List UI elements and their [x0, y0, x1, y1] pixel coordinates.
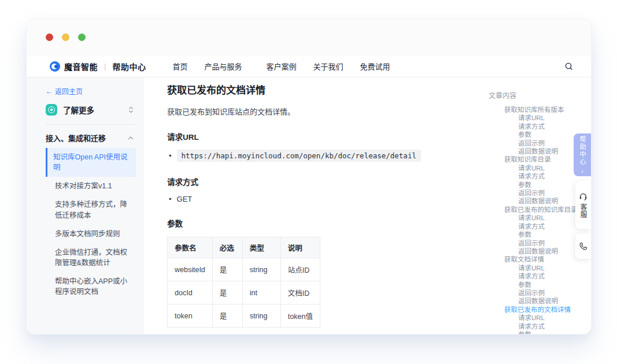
param-name-cell: websiteId — [168, 258, 213, 281]
brand-logo-icon — [50, 61, 60, 72]
nav-item[interactable]: 产品与服务 — [204, 61, 249, 72]
toc-item[interactable]: 返回示例 — [489, 289, 588, 297]
toc-item-label: 参数 — [518, 281, 531, 288]
toc-item[interactable]: 请求URL — [489, 214, 588, 222]
toc-item[interactable]: 返回示例 — [489, 189, 588, 197]
toc-item[interactable]: 请求方式 — [489, 322, 588, 330]
toc-item-label: 请求方式 — [518, 323, 545, 330]
toc-item-label: 返回示例 — [518, 289, 545, 296]
toc-item-label: 请求方式 — [518, 173, 545, 180]
sidebar-section-header[interactable]: 接入、集成和迁移 — [46, 132, 136, 143]
toc-item[interactable]: 返回数据说明 — [489, 297, 588, 305]
nav-item-label: 首页 — [172, 61, 187, 72]
toc-item-label: 获取文档详情 — [504, 256, 544, 263]
param-type-cell: int — [242, 281, 280, 304]
back-home-link[interactable]: ← 返回主页 — [46, 86, 136, 96]
nav-item[interactable]: 免费试用 — [360, 61, 390, 72]
toc-item[interactable]: 获取已发布的知识库目录 — [489, 206, 588, 214]
page-title: 获取已发布的文档详情 — [167, 82, 452, 96]
toc-item-label: 返回示例 — [518, 190, 545, 196]
nav-item[interactable]: 客户案例 — [266, 61, 296, 72]
sidebar-item[interactable]: 支持多种迁移方式，降低迁移成本 — [46, 195, 136, 224]
sidebar-item-label: 技术对接方案v1.1 — [55, 182, 112, 190]
toc-item-label: 返回示例 — [518, 240, 545, 247]
request-url-row: https://hapi.moyincloud.com/open/kb/doc/… — [167, 150, 452, 162]
toc-item-label: 请求方式 — [518, 273, 545, 280]
nav-item[interactable]: 首页 — [172, 61, 187, 72]
toc-item-label: 参数 — [518, 181, 531, 188]
content-area: ← 返回主页 了解更多 接入、集成和迁移 — [27, 77, 591, 334]
toc-item-label: 获取知识库目录 — [504, 156, 551, 163]
toc-item-label: 请求URL — [518, 114, 545, 121]
toc-item-label: 请求URL — [518, 165, 545, 172]
toc-item[interactable]: 返回示例 — [489, 239, 588, 247]
params-table-header-cell: 类型 — [242, 237, 280, 258]
toc-item-label: 获取已发布的文档详情 — [504, 306, 571, 313]
window-titlebar — [27, 19, 591, 55]
toc-item[interactable]: 请求URL — [489, 264, 588, 272]
window-minimize-button[interactable] — [62, 34, 69, 41]
toc-item[interactable]: 参数 — [489, 231, 588, 239]
sidebar-item[interactable]: 知识库Open API使用说明 — [46, 148, 136, 177]
sidebar-item[interactable]: 企业微信打通，文档权限管理&数据统计 — [46, 243, 136, 272]
toc-item-label: 获取知识库所有版本 — [504, 106, 564, 113]
compass-icon — [46, 104, 57, 116]
toc-item[interactable]: 请求方式 — [489, 272, 588, 280]
toc-item-label: 请求URL — [518, 214, 545, 221]
toc-item[interactable]: 参数 — [489, 181, 588, 189]
sidebar-item[interactable]: 帮助中心嵌入APP或小程序说明文档 — [46, 272, 136, 301]
toc-item-label: 参数 — [518, 231, 531, 238]
toc-item-label: 请求URL — [518, 265, 545, 272]
toc-item[interactable]: 请求方式 — [489, 222, 588, 231]
sidebar-nav-list: 知识库Open API使用说明 技术对接方案v1.1 支持多种迁移方式，降低迁移… — [46, 148, 136, 301]
toc-list: 获取知识库所有版本 请求URL 请求方式 参数 返回示例 — [489, 106, 588, 335]
sidebar-item-label: 支持多种迁移方式，降低迁移成本 — [55, 200, 127, 219]
sort-updown-icon — [128, 106, 134, 113]
sidebar-item[interactable]: 技术对接方案v1.1 — [46, 177, 136, 195]
phone-contact-button[interactable] — [575, 233, 591, 259]
search-button[interactable] — [564, 62, 574, 71]
toc-item[interactable]: 参数 — [489, 131, 588, 139]
toc-item[interactable]: 获取知识库目录 — [489, 155, 588, 164]
customer-service-button[interactable]: 客服 — [575, 181, 591, 229]
help-center-tab[interactable]: 帮助中心 ‹ — [574, 133, 591, 176]
toc-item[interactable]: 返回示例 — [489, 139, 588, 147]
brand[interactable]: 魔音智能 | 帮助中心 — [50, 61, 146, 72]
toc-item-label: 返回数据说明 — [518, 248, 558, 255]
toc-item[interactable]: 请求URL — [489, 314, 588, 322]
toc-item[interactable]: 请求URL — [489, 164, 588, 172]
search-icon — [564, 62, 574, 71]
toc-item[interactable]: 请求方式 — [489, 172, 588, 180]
sidebar-divider — [46, 124, 136, 125]
toc-item-label: 参数 — [518, 131, 531, 138]
headset-icon — [579, 192, 588, 200]
nav-item[interactable]: 关于我们 — [313, 61, 343, 72]
window-zoom-button[interactable] — [78, 34, 86, 41]
toc-item[interactable]: 请求方式 — [489, 122, 588, 131]
toc-item[interactable]: 获取已发布的文档详情 — [489, 306, 588, 314]
toc-item-label: 返回数据说明 — [518, 298, 558, 304]
toc-item-label: 请求方式 — [518, 223, 545, 230]
request-method-value: GET — [177, 195, 193, 203]
toc-item[interactable]: 请求URL — [489, 114, 588, 122]
toc-item[interactable]: 参数 — [489, 330, 588, 335]
table-row: token 是 string token值 — [168, 304, 320, 328]
toc-item[interactable]: 返回数据说明 — [489, 247, 588, 255]
toc-item[interactable]: 获取文档详情 — [489, 255, 588, 263]
learn-more-item[interactable]: 了解更多 — [46, 104, 136, 116]
sidebar-item-label: 企业微信打通，文档权限管理&数据统计 — [55, 248, 127, 267]
sidebar-item[interactable]: 多版本文档同步规则 — [46, 225, 136, 243]
chevron-left-icon: ‹ — [581, 168, 583, 174]
toc-item[interactable]: 返回数据说明 — [489, 197, 588, 205]
toc-item[interactable]: 返回数据说明 — [489, 147, 588, 155]
toc-item-label: 返回示例 — [518, 140, 545, 147]
back-home-label: 返回主页 — [55, 86, 83, 96]
help-center-tab-label: 帮助中心 — [578, 136, 587, 166]
table-row: websiteId 是 string 站点ID — [168, 258, 320, 281]
param-required-cell: 是 — [212, 304, 242, 328]
toc-item[interactable]: 获取知识库所有版本 — [489, 106, 588, 114]
params-heading: 参数 — [167, 217, 452, 229]
window-close-button[interactable] — [46, 34, 53, 41]
toc-item[interactable]: 参数 — [489, 281, 588, 289]
nav-item-label: 免费试用 — [360, 61, 390, 72]
